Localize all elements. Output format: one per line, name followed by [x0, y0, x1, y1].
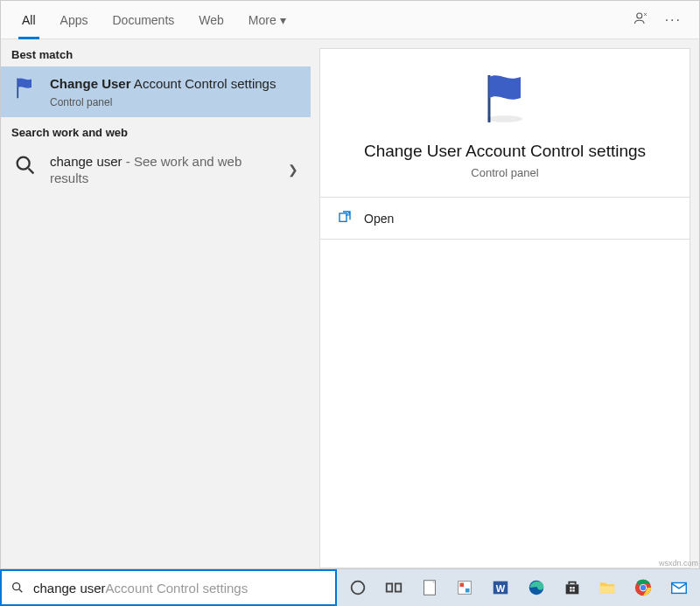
svg-rect-18: [570, 587, 571, 589]
taskbar-app-word-icon[interactable]: W: [485, 570, 517, 605]
svg-rect-21: [572, 589, 574, 591]
open-action[interactable]: Open: [338, 210, 672, 226]
taskbar-app-notepad-icon[interactable]: [413, 570, 445, 605]
tab-more[interactable]: More ▾: [236, 1, 298, 39]
taskbar-cortana-icon[interactable]: [342, 570, 374, 605]
search-input[interactable]: change user Account Control settings: [0, 569, 337, 606]
search-autocomplete-ghost: Account Control settings: [106, 581, 248, 596]
web-result-title: change user - See work and web results: [50, 153, 276, 187]
svg-point-0: [636, 13, 641, 18]
tab-web[interactable]: Web: [186, 1, 236, 39]
svg-rect-8: [387, 583, 392, 591]
svg-line-6: [19, 589, 22, 592]
taskbar-app-mspaint-icon[interactable]: [449, 570, 481, 605]
svg-text:W: W: [496, 583, 506, 594]
result-title: Change User Account Control settings: [50, 75, 298, 93]
svg-rect-13: [466, 589, 470, 593]
svg-point-3: [487, 115, 522, 122]
result-web-search[interactable]: change user - See work and web results ❯: [1, 144, 311, 196]
tab-apps[interactable]: Apps: [48, 1, 101, 39]
more-options-icon[interactable]: ···: [665, 12, 682, 28]
tab-documents[interactable]: Documents: [100, 1, 186, 39]
svg-point-25: [640, 585, 646, 590]
result-subtitle: Control panel: [50, 96, 298, 108]
taskbar-app-mail-icon[interactable]: [662, 570, 695, 605]
open-label: Open: [364, 212, 394, 226]
taskbar-app-explorer-icon[interactable]: [592, 570, 624, 605]
svg-point-7: [352, 582, 365, 595]
svg-line-2: [29, 168, 34, 173]
preview-pane: Change User Account Control settings Con…: [311, 39, 699, 568]
taskbar-app-edge-icon[interactable]: [521, 570, 553, 605]
svg-rect-22: [600, 586, 615, 593]
result-best-match[interactable]: Change User Account Control settings Con…: [1, 66, 311, 117]
search-icon: [10, 581, 24, 595]
filter-tabs: All Apps Documents Web More ▾ ···: [1, 1, 699, 39]
search-panel: All Apps Documents Web More ▾ ··· Best m…: [0, 0, 700, 569]
taskbar-app-chrome-icon[interactable]: [627, 570, 660, 605]
section-best-match: Best match: [1, 39, 311, 66]
chevron-right-icon: ❯: [288, 163, 298, 177]
svg-rect-4: [340, 213, 346, 221]
svg-point-5: [13, 583, 20, 590]
search-typed-text: change user: [33, 581, 106, 596]
watermark: wsxdn.com: [659, 559, 698, 568]
results-list: Best match Change User Account Control s…: [1, 39, 311, 568]
svg-rect-17: [565, 584, 578, 594]
preview-title: Change User Account Control settings: [338, 142, 672, 161]
svg-point-1: [18, 157, 30, 169]
uac-flag-icon: [13, 75, 38, 100]
tab-all[interactable]: All: [10, 1, 48, 39]
taskbar: W: [337, 569, 700, 606]
svg-rect-20: [570, 589, 571, 591]
taskbar-app-store-icon[interactable]: [556, 570, 588, 605]
open-icon: [338, 210, 352, 226]
svg-rect-19: [572, 587, 574, 589]
preview-subtitle: Control panel: [338, 166, 672, 179]
feedback-icon[interactable]: [634, 10, 649, 30]
section-work-web: Search work and web: [1, 117, 311, 144]
svg-rect-9: [396, 583, 401, 591]
svg-rect-12: [460, 583, 465, 588]
uac-flag-icon-large: [477, 70, 533, 126]
search-icon: [13, 153, 38, 178]
taskbar-taskview-icon[interactable]: [378, 570, 410, 605]
